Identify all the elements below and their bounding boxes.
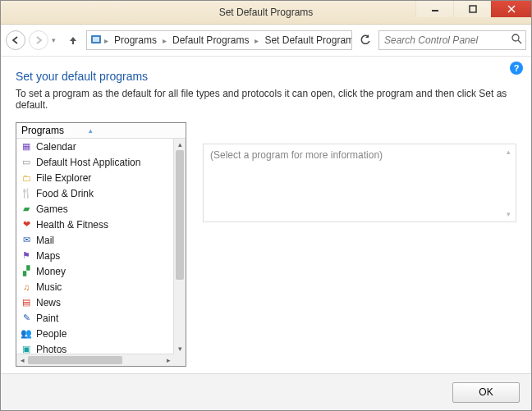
list-item-label: Games <box>36 203 68 215</box>
addressbar[interactable]: ▸ Programs ▸ Default Programs ▸ Set Defa… <box>86 30 352 50</box>
footer: OK <box>1 373 531 410</box>
list-item[interactable]: ▤News <box>16 295 174 310</box>
crumb-sep: ▸ <box>254 36 259 45</box>
crumb-sep: ▸ <box>103 36 109 45</box>
horizontal-scrollbar[interactable]: ◂ ▸ <box>16 354 174 366</box>
list-item[interactable]: ❤Health & Fitness <box>16 217 174 232</box>
svg-rect-5 <box>93 37 99 42</box>
close-button[interactable] <box>491 1 531 17</box>
scroll-down-icon: ▾ <box>502 208 514 220</box>
scroll-right-icon[interactable]: ▸ <box>163 354 174 366</box>
list-item[interactable]: ✉Mail <box>16 232 174 248</box>
app-icon: ▤ <box>20 296 33 309</box>
list-item[interactable]: ♫Music <box>16 279 174 295</box>
list-item[interactable]: 👥People <box>16 326 174 341</box>
app-icon: ▰ <box>20 203 33 216</box>
crumb-programs[interactable]: Programs <box>111 34 160 46</box>
ok-button[interactable]: OK <box>452 382 520 403</box>
control-panel-icon <box>90 34 102 47</box>
crumb-set-default-programs[interactable]: Set Default Programs <box>261 34 352 46</box>
page-title: Set your default programs <box>16 70 516 83</box>
list-item-label: Paint <box>36 313 58 324</box>
list-item[interactable]: ▰Games <box>16 201 174 217</box>
app-icon: ✉ <box>20 234 33 247</box>
up-button[interactable] <box>63 30 83 50</box>
list-item-label: People <box>36 328 66 340</box>
refresh-button[interactable] <box>355 30 375 50</box>
forward-icon <box>34 35 44 45</box>
list-item[interactable]: ▭Default Host Application <box>16 154 174 170</box>
list-item-label: Default Host Application <box>36 157 140 168</box>
scroll-down-icon[interactable]: ▾ <box>174 343 186 354</box>
app-icon: 🗀 <box>20 171 33 185</box>
svg-line-7 <box>518 40 521 43</box>
search-box[interactable] <box>378 30 526 50</box>
minimize-icon <box>431 5 439 13</box>
back-button[interactable] <box>6 30 25 50</box>
list-item[interactable]: 🍴Food & Drink <box>16 185 174 201</box>
window-title: Set Default Programs <box>219 7 314 18</box>
app-icon: ♫ <box>20 281 33 294</box>
close-icon <box>507 5 516 13</box>
app-icon: ▭ <box>20 156 33 169</box>
detail-box: (Select a program for more information) … <box>203 144 516 222</box>
crumb-sep: ▸ <box>162 36 167 45</box>
list-header[interactable]: Programs ▴ <box>16 123 186 139</box>
list-scroll: ▦Calendar▭Default Host Application🗀File … <box>16 139 186 366</box>
scroll-up-icon: ▴ <box>502 146 514 158</box>
app-icon: ▞ <box>20 265 33 278</box>
app-icon: ▦ <box>20 140 33 153</box>
app-icon: ⚑ <box>20 249 33 263</box>
app-icon: ❤ <box>20 218 33 231</box>
content: ? Set your default programs To set a pro… <box>1 57 531 373</box>
ok-button-label: OK <box>479 386 493 398</box>
svg-rect-1 <box>470 6 476 12</box>
list-item[interactable]: ✎Paint <box>16 310 174 326</box>
scroll-corner <box>174 354 186 366</box>
scroll-thumb[interactable] <box>28 356 122 364</box>
help-icon[interactable]: ? <box>510 62 523 75</box>
list-item[interactable]: 🗀File Explorer <box>16 170 174 185</box>
maximize-button[interactable] <box>453 1 491 17</box>
list-item-label: File Explorer <box>36 172 91 184</box>
list-header-label: Programs <box>21 125 64 136</box>
detail-scrollbar[interactable]: ▴ ▾ <box>502 146 514 220</box>
list-item-label: News <box>36 297 61 308</box>
list-item-label: Mail <box>36 235 54 246</box>
detail-pane: (Select a program for more information) … <box>203 144 516 367</box>
refresh-icon <box>360 34 371 46</box>
window-controls <box>415 1 531 24</box>
vertical-scrollbar[interactable]: ▴ ▾ <box>173 139 186 354</box>
list-item-label: Maps <box>36 250 60 262</box>
app-icon: ✎ <box>20 312 33 325</box>
list-item[interactable]: ▞Money <box>16 263 174 279</box>
detail-placeholder: (Select a program for more information) <box>210 149 383 161</box>
list-item[interactable]: ⚑Maps <box>16 248 174 263</box>
app-icon: 👥 <box>20 327 33 340</box>
sort-indicator-icon: ▴ <box>89 126 93 135</box>
list-item[interactable]: ▦Calendar <box>16 139 174 154</box>
maximize-icon <box>469 5 477 13</box>
up-icon <box>67 34 79 46</box>
list-item-label: Money <box>36 266 66 277</box>
svg-point-6 <box>512 34 519 41</box>
body-row: Programs ▴ ▦Calendar▭Default Host Applic… <box>16 122 516 367</box>
recent-locations-dropdown[interactable]: ▾ <box>52 36 58 44</box>
list-item-label: Calendar <box>36 141 76 153</box>
navbar: ▾ ▸ Programs ▸ Default Programs ▸ Set De… <box>1 25 531 57</box>
titlebar: Set Default Programs <box>1 1 531 25</box>
window: Set Default Programs ▾ <box>0 0 532 411</box>
list-item-label: Music <box>36 281 62 293</box>
search-input[interactable] <box>383 34 511 47</box>
minimize-button[interactable] <box>415 1 453 17</box>
program-list: Programs ▴ ▦Calendar▭Default Host Applic… <box>16 122 186 367</box>
back-icon <box>11 35 21 45</box>
crumb-default-programs[interactable]: Default Programs <box>169 34 252 46</box>
forward-button[interactable] <box>29 30 48 50</box>
scroll-left-icon[interactable]: ◂ <box>16 354 28 366</box>
scroll-thumb[interactable] <box>176 150 184 280</box>
list-item-label: Food & Drink <box>36 188 94 199</box>
search-icon <box>511 34 522 47</box>
scroll-up-icon[interactable]: ▴ <box>174 139 186 150</box>
list-item-label: Health & Fitness <box>36 219 108 231</box>
